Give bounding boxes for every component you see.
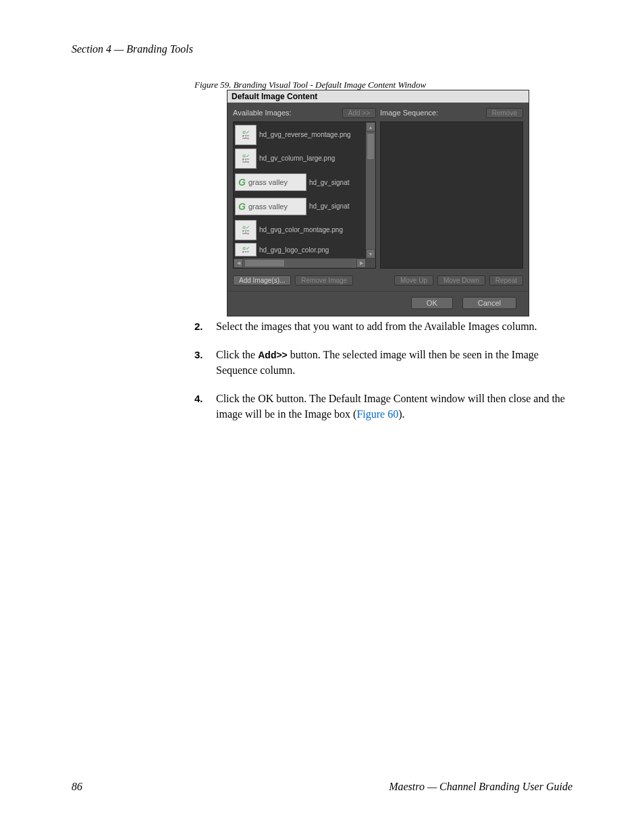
thumbnail-icon: G✓grassvalley <box>235 125 257 145</box>
thumbnail-wide-icon: Ggrass valley <box>235 173 306 191</box>
scroll-down-icon[interactable]: ▼ <box>366 249 375 258</box>
thumbnail-icon: G✓grass <box>235 243 257 256</box>
image-filename: hd_gv_signat <box>309 202 350 210</box>
ok-button[interactable]: OK <box>411 297 453 309</box>
image-filename: hd_gv_signat <box>309 179 350 186</box>
cancel-button[interactable]: Cancel <box>462 297 516 309</box>
figure-60-link[interactable]: Figure 60 <box>356 408 398 420</box>
step-number: 3. <box>194 348 207 378</box>
step-text: Select the images that you want to add f… <box>216 319 572 334</box>
page-number: 86 <box>72 781 82 793</box>
image-sequence-list[interactable] <box>380 121 523 269</box>
step-text: Click the Add>> button. The selected ima… <box>216 348 572 378</box>
figure-caption: Figure 59. Branding Visual Tool - Defaul… <box>194 80 426 90</box>
thumbnail-icon: G✓grassvalley <box>235 220 257 240</box>
thumbnail-icon: G✓grassvalley <box>235 148 257 169</box>
list-item[interactable]: G✓grassvalley hd_gv_column_large.png <box>235 147 365 169</box>
available-images-column: Available Images: Add >> G✓grassvalley h… <box>233 107 376 269</box>
step-number: 2. <box>194 319 207 334</box>
image-filename: hd_gvg_reverse_montage.png <box>259 131 351 138</box>
doc-title: Maestro — Channel Branding User Guide <box>389 781 572 793</box>
dialog-body: Available Images: Add >> G✓grassvalley h… <box>227 103 529 271</box>
image-filename: hd_gvg_color_montage.png <box>259 226 343 233</box>
remove-button[interactable]: Remove <box>486 108 523 118</box>
move-up-button[interactable]: Move Up <box>394 275 433 285</box>
remove-image-button[interactable]: Remove Image <box>295 275 353 285</box>
text-a: Click the <box>216 349 258 360</box>
step-text: Click the OK button. The Default Image C… <box>216 391 572 422</box>
step-number: 4. <box>194 391 207 422</box>
image-sequence-column: Image Sequence: Remove <box>380 107 523 269</box>
scroll-right-icon[interactable]: ▶ <box>356 258 366 268</box>
vertical-scrollbar[interactable]: ▲ ▼ <box>366 122 375 258</box>
image-filename: hd_gv_column_large.png <box>259 155 335 162</box>
list-item[interactable]: G✓grassvalley hd_gvg_reverse_montage.png <box>235 123 365 146</box>
below-controls: Add Image(s)... Remove Image Move Up Mov… <box>227 271 529 288</box>
available-images-header: Available Images: Add >> <box>233 107 376 119</box>
scroll-up-icon[interactable]: ▲ <box>366 122 375 132</box>
add-bold-text: Add>> <box>258 350 288 360</box>
step-3: 3. Click the Add>> button. The selected … <box>194 348 572 378</box>
list-item[interactable]: G✓grass hd_gvg_logo_color.png <box>235 242 365 257</box>
hscroll-track[interactable] <box>243 258 356 268</box>
vscroll-thumb[interactable] <box>367 133 375 160</box>
hscroll-thumb[interactable] <box>244 259 285 267</box>
available-images-label: Available Images: <box>233 109 292 117</box>
vscroll-track[interactable] <box>366 132 375 249</box>
move-down-button[interactable]: Move Down <box>437 275 485 285</box>
image-sequence-header: Image Sequence: Remove <box>380 107 523 119</box>
page-footer: 86 Maestro — Channel Branding User Guide <box>72 781 572 793</box>
thumbnail-wide-icon: Ggrass valley <box>235 198 306 215</box>
step-2: 2. Select the images that you want to ad… <box>194 319 572 334</box>
repeat-button[interactable]: Repeat <box>489 275 523 285</box>
horizontal-scrollbar[interactable]: ◀ ▶ <box>234 258 366 268</box>
image-sequence-label: Image Sequence: <box>380 109 438 117</box>
list-item[interactable]: Ggrass valley hd_gv_signat <box>235 195 365 217</box>
available-images-list[interactable]: G✓grassvalley hd_gvg_reverse_montage.png… <box>233 121 376 269</box>
add-images-button[interactable]: Add Image(s)... <box>233 275 291 285</box>
add-button[interactable]: Add >> <box>342 108 376 118</box>
image-filename: hd_gvg_logo_color.png <box>259 246 329 254</box>
default-image-content-dialog: Default Image Content Available Images: … <box>227 90 529 316</box>
dialog-title: Default Image Content <box>227 90 529 103</box>
text-b: ). <box>398 408 404 420</box>
dialog-footer: OK Cancel <box>227 291 529 316</box>
image-list-inner: G✓grassvalley hd_gvg_reverse_montage.png… <box>234 122 366 258</box>
list-item[interactable]: G✓grassvalley hd_gvg_color_montage.png <box>235 219 365 241</box>
scroll-left-icon[interactable]: ◀ <box>234 258 243 268</box>
scroll-corner <box>366 258 375 268</box>
instructions: 2. Select the images that you want to ad… <box>194 319 572 422</box>
brand-text: grass valley <box>248 202 288 211</box>
below-left-buttons: Add Image(s)... Remove Image <box>227 271 381 288</box>
list-item[interactable]: Ggrass valley hd_gv_signat <box>235 171 365 194</box>
step-4: 4. Click the OK button. The Default Imag… <box>194 391 572 422</box>
below-right-buttons: Move Up Move Down Repeat <box>381 271 529 288</box>
brand-text: grass valley <box>248 178 288 186</box>
section-header: Section 4 — Branding Tools <box>72 43 193 55</box>
